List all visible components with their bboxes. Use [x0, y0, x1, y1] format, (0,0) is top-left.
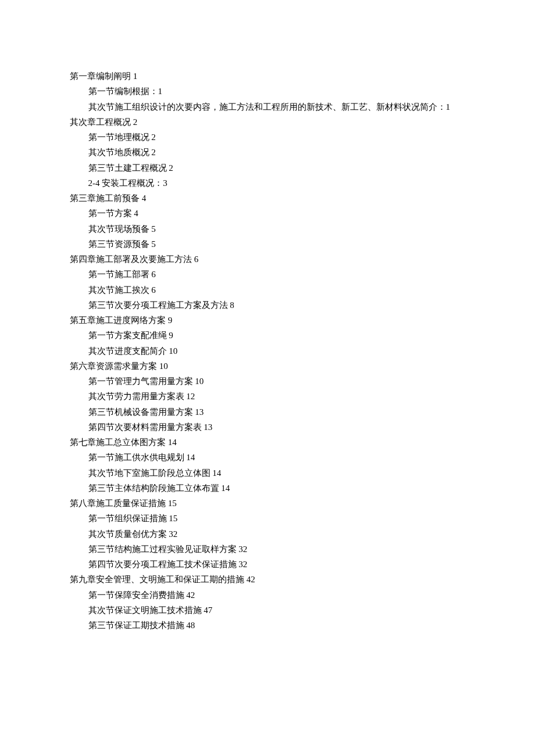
toc-section-entry: 其次节施工挨次 6: [88, 282, 466, 298]
toc-section-entry: 第四节次要分项工程施工技术保证措施 32: [88, 557, 466, 572]
toc-section-entry: 其次节质量创优方案 32: [88, 526, 466, 542]
toc-chapter-entry: 第七章施工总立体图方案 14: [70, 435, 465, 450]
toc-section-entry: 第一节方案支配准绳 9: [88, 328, 466, 343]
toc-section-entry: 第三节主体结构阶段施工立体布置 14: [88, 481, 466, 496]
toc-section-entry: 第一节施工部署 6: [88, 267, 466, 282]
toc-section-entry: 第三节结构施工过程实验见证取样方案 32: [88, 542, 466, 557]
toc-section-entry: 第四节次要材料需用量方案表 13: [88, 420, 466, 435]
toc-chapter-entry: 第五章施工进度网络方案 9: [70, 313, 465, 328]
toc-chapter-entry: 第八章施工质量保证措施 15: [70, 496, 465, 511]
toc-section-entry: 其次节现场预备 5: [88, 221, 466, 237]
toc-section-entry: 第三节机械设备需用量方案 13: [88, 404, 466, 420]
toc-section-entry: 第一节组织保证措施 15: [88, 511, 466, 526]
toc-section-entry: 第三节保证工期技术措施 48: [88, 618, 466, 633]
toc-chapter-entry: 其次章工程概况 2: [70, 114, 465, 130]
toc-section-entry: 第一节地理概况 2: [88, 130, 466, 145]
toc-section-entry: 2-4 安装工程概况：3: [88, 175, 466, 191]
toc-section-entry: 第一节保障安全消费措施 42: [88, 587, 466, 603]
toc-section-entry: 其次节劳力需用量方案表 12: [88, 389, 466, 404]
toc-chapter-entry: 第六章资源需求量方案 10: [70, 359, 465, 374]
toc-chapter-entry: 第一章编制阐明 1: [70, 69, 465, 84]
toc-section-entry: 其次节地质概况 2: [88, 145, 466, 160]
table-of-contents: 第一章编制阐明 1第一节编制根据：1其次节施工组织设计的次要内容，施工方法和工程…: [70, 69, 465, 633]
toc-section-entry: 第一节施工供水供电规划 14: [88, 450, 466, 465]
toc-section-entry: 其次节地下室施工阶段总立体图 14: [88, 465, 466, 481]
toc-section-entry: 第三节土建工程概况 2: [88, 160, 466, 175]
toc-chapter-entry: 第九章安全管理、文明施工和保证工期的措施 42: [70, 572, 465, 587]
toc-section-entry: 第一节方案 4: [88, 206, 466, 221]
toc-chapter-entry: 第三章施工前预备 4: [70, 191, 465, 206]
toc-section-entry: 其次节施工组织设计的次要内容，施工方法和工程所用的新技术、新工艺、新材料状况简介…: [88, 99, 466, 114]
toc-section-entry: 第一节编制根据：1: [88, 84, 466, 99]
toc-section-entry: 第三节次要分项工程施工方案及方法 8: [88, 298, 466, 313]
toc-section-entry: 其次节保证文明施工技术措施 47: [88, 603, 466, 618]
toc-section-entry: 其次节进度支配简介 10: [88, 343, 466, 359]
toc-chapter-entry: 第四章施工部署及次要施工方法 6: [70, 252, 465, 267]
toc-section-entry: 第一节管理力气需用量方案 10: [88, 374, 466, 389]
toc-section-entry: 第三节资源预备 5: [88, 237, 466, 252]
